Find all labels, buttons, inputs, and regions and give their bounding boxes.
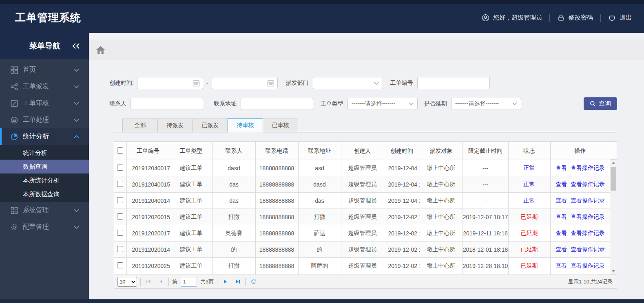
- gear-icon: [11, 224, 18, 231]
- cell-creator: 超级管理员: [341, 225, 384, 242]
- order-no-input[interactable]: [418, 77, 489, 89]
- sidebar-subitem-data-query[interactable]: 数据查询: [0, 160, 89, 173]
- calendar-icon[interactable]: [193, 79, 200, 87]
- cell-creator: 超级管理员: [341, 242, 384, 258]
- contact-input[interactable]: [131, 98, 203, 110]
- filter-row-2: 联系人 联系地址 工单类型 -------请选择-------: [109, 97, 617, 110]
- collapse-sidebar-icon[interactable]: [72, 43, 80, 49]
- row-checkbox[interactable]: [117, 165, 123, 171]
- create-time-start-field: [137, 77, 203, 89]
- page-size-select[interactable]: 10: [117, 277, 137, 287]
- sidebar-subitem-branch-data-query[interactable]: 本所数据查询: [0, 187, 89, 201]
- view-log-link[interactable]: 查看操作记录: [571, 197, 605, 204]
- sidebar-item-system[interactable]: 系统管理: [0, 202, 89, 219]
- next-page-button[interactable]: [221, 277, 230, 286]
- view-log-link[interactable]: 查看操作记录: [571, 230, 605, 236]
- dispatch-dept-select[interactable]: [313, 77, 383, 89]
- sidebar-item-review[interactable]: 工单审核: [0, 95, 89, 112]
- first-page-button[interactable]: [144, 277, 153, 286]
- cell-creator: 超级管理员: [341, 209, 384, 225]
- last-page-icon: [235, 279, 240, 284]
- view-link[interactable]: 查看: [555, 246, 567, 253]
- delay-select[interactable]: -------请选择-------: [451, 98, 521, 110]
- row-checkbox[interactable]: [117, 246, 123, 252]
- select-all-checkbox[interactable]: [117, 147, 123, 154]
- view-link[interactable]: 查看: [555, 230, 567, 236]
- cell-creator: 超级管理员: [341, 160, 384, 176]
- row-checkbox[interactable]: [117, 181, 123, 187]
- scroll-down-button[interactable]: [610, 268, 617, 274]
- sidebar-item-config[interactable]: 配置管理: [0, 219, 89, 235]
- view-log-link[interactable]: 查看操作记录: [571, 246, 605, 253]
- search-button[interactable]: 查询: [584, 97, 617, 110]
- cell-contact: 奥德赛: [212, 225, 255, 242]
- create-time-start-input[interactable]: [137, 77, 193, 89]
- view-log-link[interactable]: 查看操作记录: [571, 213, 605, 220]
- filter-panel: 创建时间: - 派发部门: [109, 77, 617, 110]
- cell-create-time: 2019-12-02 16: [384, 209, 420, 225]
- view-link[interactable]: 查看: [555, 165, 567, 171]
- cell-order-no: 201912020025C: [126, 258, 170, 274]
- row-checkbox[interactable]: [117, 213, 123, 220]
- page-number-input[interactable]: [181, 277, 197, 287]
- sidebar-subitem-statistics[interactable]: 统计分析: [0, 146, 89, 160]
- cell-deadline: ---: [463, 193, 508, 209]
- column-header: 派发对象: [420, 142, 463, 160]
- column-header: 联系人: [212, 142, 255, 160]
- chevron-down-icon: [74, 68, 79, 72]
- tab-pending-dispatch[interactable]: 待派发: [157, 119, 193, 132]
- tab-pending-review[interactable]: 待审核: [228, 119, 263, 132]
- cell-deadline: 2019-12-11 18:16: [463, 225, 508, 242]
- header-divider: [549, 14, 550, 22]
- view-log-link[interactable]: 查看操作记录: [571, 262, 605, 269]
- address-input[interactable]: [241, 98, 313, 110]
- view-link[interactable]: 查看: [555, 262, 567, 269]
- row-checkbox[interactable]: [117, 262, 123, 268]
- first-page-icon: [146, 279, 151, 284]
- user-greeting[interactable]: 您好，超级管理员: [482, 14, 542, 22]
- column-header: 状态: [508, 142, 550, 160]
- view-link[interactable]: 查看: [555, 197, 567, 204]
- sidebar-menu: 首页 工单派发 工单审核 工单处理: [0, 59, 89, 235]
- order-type-select[interactable]: -------请选择-------: [347, 98, 418, 110]
- header-filler: [610, 142, 617, 160]
- refresh-button[interactable]: [249, 277, 258, 286]
- sidebar-item-home[interactable]: 首页: [0, 61, 89, 78]
- cell-phone: 18888888888: [255, 160, 298, 176]
- records-info: 显示1-10,共24记录: [568, 278, 613, 285]
- tab-dispatched[interactable]: 已派发: [193, 119, 228, 132]
- scroll-up-button[interactable]: [610, 160, 617, 166]
- pager-divider: [168, 278, 169, 286]
- change-password-button[interactable]: 修改密码: [557, 14, 593, 22]
- row-checkbox[interactable]: [117, 230, 123, 236]
- row-checkbox[interactable]: [117, 197, 123, 203]
- cell-address: das: [298, 193, 341, 209]
- create-time-end-input[interactable]: [212, 77, 267, 89]
- pager-divider: [245, 278, 246, 286]
- sidebar-item-dispatch[interactable]: 工单派发: [0, 78, 89, 95]
- cell-order-type: 建议工单: [170, 242, 212, 258]
- last-page-button[interactable]: [233, 277, 242, 286]
- user-icon: [482, 14, 489, 22]
- sidebar-subitem-branch-statistics[interactable]: 本所统计分析: [0, 173, 89, 187]
- view-log-link[interactable]: 查看操作记录: [571, 181, 605, 187]
- tab-reviewed[interactable]: 已审核: [263, 119, 298, 132]
- address-field: [241, 98, 313, 110]
- menu-label: 统计分析: [23, 132, 74, 141]
- scrollbar-thumb[interactable]: [611, 167, 616, 191]
- tab-all[interactable]: 全部: [122, 119, 158, 132]
- view-link[interactable]: 查看: [555, 213, 567, 220]
- table-row: 201912040017C 建议工单 dasd 18888888888 asd …: [114, 160, 610, 176]
- prev-page-button[interactable]: [156, 277, 165, 286]
- column-header: 工单编号: [126, 142, 170, 160]
- cell-order-type: 建议工单: [170, 193, 212, 209]
- sidebar-item-process[interactable]: 工单处理: [0, 112, 89, 128]
- home-icon[interactable]: [96, 46, 105, 54]
- status-badge: 正常: [524, 181, 535, 187]
- sidebar-item-statistics[interactable]: 统计分析: [0, 128, 89, 145]
- view-link[interactable]: 查看: [555, 181, 567, 187]
- calendar-icon[interactable]: [267, 79, 274, 87]
- menu-label: 工单处理: [23, 116, 74, 124]
- logout-button[interactable]: 退出: [608, 14, 632, 22]
- view-log-link[interactable]: 查看操作记录: [571, 165, 605, 171]
